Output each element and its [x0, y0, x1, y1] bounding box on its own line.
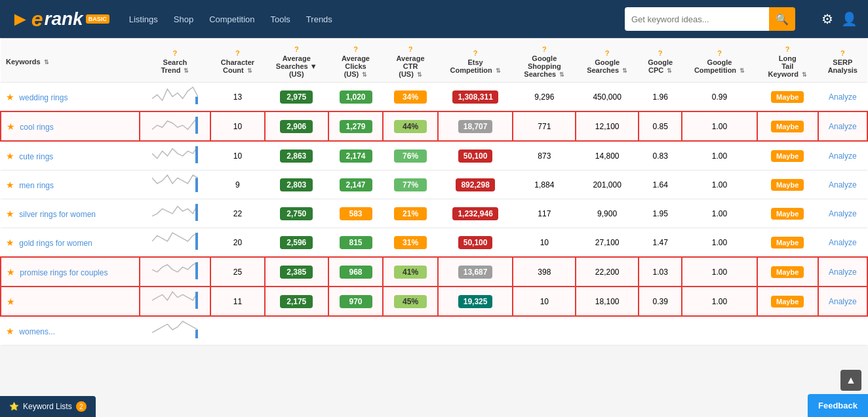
col-header-google-comp[interactable]: ? GoogleCompetition ⇅ [682, 39, 757, 83]
avg-ctr-cell: 34% [383, 83, 438, 112]
long-tail-badge: Maybe [771, 266, 804, 278]
long-tail-badge: Maybe [771, 91, 804, 103]
table-row: ★ cool rings 10 2,906 1,279 44% 18,707 7… [1, 111, 867, 141]
char-count-cell: 22 [210, 199, 265, 228]
sparkline [152, 203, 198, 222]
avg-searches-cell: 2,863 [265, 141, 328, 170]
long-tail-badge: Maybe [771, 237, 804, 248]
star-icon[interactable]: ★ [6, 326, 14, 336]
avg-ctr-badge: 44% [394, 120, 427, 133]
etsy-comp-badge: 19,325 [458, 295, 493, 308]
col-header-avg-searches[interactable]: ? AverageSearches ▼(US) [265, 39, 328, 83]
google-comp-cell: 1.00 [682, 141, 757, 170]
col-header-char-count[interactable]: ? CharacterCount ⇅ [210, 39, 265, 83]
star-icon[interactable]: ★ [6, 237, 14, 248]
col-header-long-tail[interactable]: ? LongTailKeyword ⇅ [757, 39, 818, 83]
col-header-serp[interactable]: ? SERPAnalysis [818, 39, 867, 83]
logo-icon: ► [10, 8, 30, 30]
keywords-table: Keywords ⇅ ? SearchTrend ⇅ ? CharacterCo… [0, 38, 868, 346]
analyze-link[interactable]: Analyze [829, 238, 857, 247]
keyword-cell: ★ wedding rings [1, 83, 140, 112]
star-icon[interactable]: ★ [6, 180, 14, 190]
avg-searches-badge: 2,803 [280, 178, 313, 191]
avg-clicks-badge: 968 [340, 266, 372, 279]
keyword-link[interactable]: silver rings for women [19, 210, 96, 219]
google-searches-cell: 12,100 [576, 111, 639, 141]
search-button[interactable]: 🔍 [769, 7, 795, 31]
analyze-link[interactable]: Analyze [829, 180, 857, 189]
etsy-comp-cell [438, 316, 513, 346]
star-icon[interactable]: ★ [6, 92, 14, 102]
svg-rect-7 [195, 292, 198, 309]
avg-searches-cell: 2,596 [265, 228, 328, 258]
avg-searches-cell: 2,906 [265, 111, 328, 141]
analyze-link[interactable]: Analyze [829, 297, 857, 306]
star-icon[interactable]: ★ [7, 296, 15, 307]
svg-rect-3 [195, 178, 198, 192]
serp-cell: Analyze [818, 83, 867, 112]
col-header-google-searches[interactable]: ? GoogleSearches ⇅ [576, 39, 639, 83]
keyword-link[interactable]: wedding rings [19, 93, 68, 102]
star-icon[interactable]: ★ [6, 208, 14, 219]
sparkline [152, 87, 198, 105]
etsy-comp-cell: 18,707 [438, 111, 513, 141]
char-count-cell: 11 [210, 287, 265, 316]
nav-tools[interactable]: Tools [264, 10, 297, 28]
col-header-search-trend[interactable]: ? SearchTrend ⇅ [140, 39, 210, 83]
avg-ctr-badge: 34% [394, 90, 427, 104]
nav-listings[interactable]: Listings [123, 10, 165, 28]
star-icon[interactable]: ★ [6, 151, 14, 161]
col-header-google-shopping[interactable]: ? GoogleShoppingSearches ⇅ [513, 39, 576, 83]
analyze-link[interactable]: Analyze [829, 92, 857, 102]
keyword-cell: ★ gold rings for women [1, 228, 140, 258]
google-cpc-cell: 1.03 [639, 257, 682, 287]
avg-ctr-cell: 76% [383, 141, 438, 170]
keyword-link[interactable]: gold rings for women [19, 239, 92, 248]
analyze-link[interactable]: Analyze [829, 151, 857, 161]
keyword-link[interactable]: cool rings [20, 123, 53, 132]
analyze-link[interactable]: Analyze [829, 209, 857, 218]
serp-cell [818, 316, 867, 346]
col-header-etsy-comp[interactable]: ? EtsyCompetition ⇅ [438, 39, 513, 83]
logo[interactable]: ► e rank BASIC [10, 7, 109, 31]
avg-searches-badge: 2,175 [280, 295, 313, 308]
char-count-cell: 9 [210, 170, 265, 199]
col-header-avg-clicks[interactable]: ? AverageClicks(US) ⇅ [328, 39, 384, 83]
char-count-cell: 25 [210, 257, 265, 287]
keyword-link[interactable]: men rings [19, 181, 54, 190]
nav-shop[interactable]: Shop [167, 10, 200, 28]
keyword-link[interactable]: promise rings for couples [20, 268, 108, 277]
search-input[interactable] [625, 7, 769, 31]
col-header-keywords[interactable]: Keywords ⇅ [1, 39, 140, 83]
col-header-google-cpc[interactable]: ? GoogleCPC ⇅ [639, 39, 682, 83]
google-cpc-cell: 0.85 [639, 111, 682, 141]
google-searches-cell: 450,000 [576, 83, 639, 112]
analyze-link[interactable]: Analyze [829, 268, 857, 277]
col-header-avg-ctr[interactable]: ? AverageCTR(US) ⇅ [383, 39, 438, 83]
search-trend-cell [140, 257, 210, 287]
avg-clicks-cell: 970 [328, 287, 384, 316]
nav-competition[interactable]: Competition [203, 10, 261, 28]
avg-searches-cell: 2,975 [265, 83, 328, 112]
keyword-cell: ★ silver rings for women [1, 199, 140, 228]
nav-icons: ⚙ 👤 [821, 11, 858, 27]
star-icon[interactable]: ★ [7, 121, 15, 132]
google-comp-cell: 0.99 [682, 83, 757, 112]
nav-trends[interactable]: Trends [300, 10, 339, 28]
profile-icon[interactable]: 👤 [841, 11, 858, 27]
keyword-link[interactable]: womens... [19, 327, 55, 336]
table-body: ★ wedding rings 13 2,975 1,020 34% 1,308… [1, 83, 867, 346]
avg-searches-cell: 2,175 [265, 287, 328, 316]
keyword-link[interactable]: cute rings [19, 152, 53, 161]
star-icon[interactable]: ★ [7, 267, 15, 277]
table-row: ★ wedding rings 13 2,975 1,020 34% 1,308… [1, 83, 867, 112]
avg-clicks-badge: 583 [340, 207, 372, 220]
google-comp-cell: 1.00 [682, 170, 757, 199]
avg-ctr-badge: 77% [394, 178, 427, 191]
etsy-comp-cell: 50,100 [438, 141, 513, 170]
analyze-link[interactable]: Analyze [829, 122, 857, 131]
avg-searches-badge: 2,596 [280, 236, 313, 249]
settings-icon[interactable]: ⚙ [821, 11, 833, 27]
avg-ctr-badge: 76% [394, 149, 427, 163]
google-shopping-cell: 10 [513, 228, 576, 258]
